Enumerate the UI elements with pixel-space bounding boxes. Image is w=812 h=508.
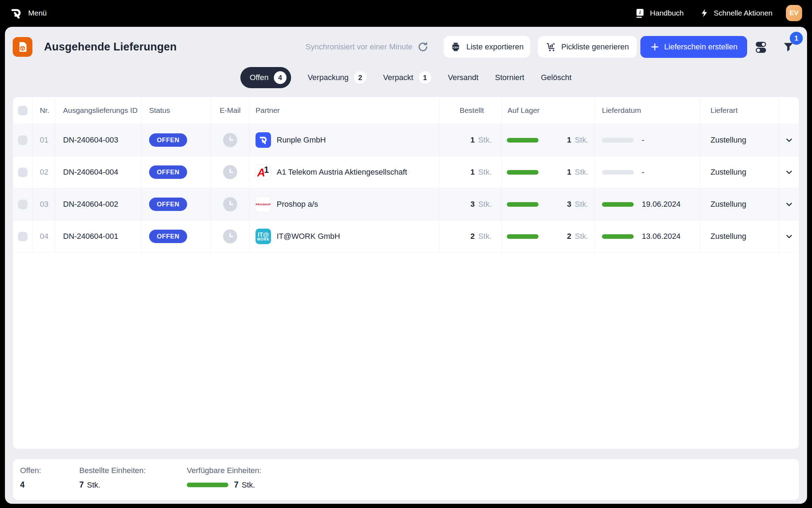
deliveries-table: Nr. Ausgangslieferungs ID Status E-Mail … [13,97,799,449]
ordered-qty: 1 [470,135,475,145]
svg-text:CSV: CSV [453,46,459,49]
stock-qty: 1 [567,135,571,145]
ordered-units-label: Bestellte Einheiten: [79,466,146,475]
partner-logo: A1 [256,164,271,180]
select-all-checkbox[interactable] [18,106,27,115]
column-header-lieferdatum: Lieferdatum [595,97,700,124]
create-delivery-note-button[interactable]: Lieferschein erstellen [640,36,747,58]
tab-versandt[interactable]: Versandt [448,73,479,82]
stock-level-bar [507,202,539,207]
column-header-bestellt: Bestellt [439,97,502,124]
tab-verpackt[interactable]: Verpackt 1 [383,71,431,84]
summary-footer: Offen: 4 Bestellte Einheiten: 7 Stk. Ver… [13,459,799,500]
partner-name: Proshop a/s [277,200,318,209]
ordered-qty: 2 [470,232,475,241]
delivery-date-bar [602,138,634,143]
row-checkbox[interactable] [18,135,27,145]
table-header-row: Nr. Ausgangslieferungs ID Status E-Mail … [13,97,799,124]
partner-logo [256,132,271,148]
row-number: 02 [33,156,55,188]
table-row[interactable]: 01 DN-240604-003 OFFEN Runple GmbH [13,124,799,156]
column-header-id: Ausgangslieferungs ID [55,97,141,124]
delivery-date: - [642,168,644,177]
chevron-down-icon[interactable] [785,135,794,145]
status-tabs: Offen 4 Verpackung 2 Verpackt 1 Versandt… [5,66,807,89]
row-checkbox[interactable] [18,232,27,241]
stock-level-bar [507,138,539,143]
status-badge: OFFEN [149,198,187,211]
chevron-down-icon[interactable] [785,232,794,241]
delivery-type: Zustellung [700,220,779,252]
table-row[interactable]: 03 DN-240604-002 OFFEN PROSHOP Proshop a… [13,188,799,220]
tab-count-badge: 2 [354,71,367,84]
top-bar: Menü i Handbuch Schnel [0,0,812,26]
column-header-lieferart: Lieferart [700,97,779,124]
delivery-date: 19.06.2024 [642,200,681,209]
delivery-id: DN-240604-003 [63,135,118,145]
status-badge: OFFEN [149,230,187,243]
partner-name: Runple GmbH [277,135,326,145]
delivery-date-bar [602,170,634,175]
menu-button[interactable]: Menü [28,9,47,17]
column-header-status: Status [141,97,211,124]
page-header: Ausgehende Lieferungen Synchronisiert vo… [5,36,807,58]
email-pending-clock-icon [223,197,237,211]
delivery-id: DN-240604-002 [63,200,118,209]
table-row[interactable]: 04 DN-240604-001 OFFEN IT@WORK IT@WORK G… [13,220,799,253]
partner-logo: PROSHOP [256,196,271,212]
partner-name: IT@WORK GmbH [277,232,340,241]
handbook-button[interactable]: i Handbuch [635,8,684,18]
row-number: 01 [33,124,55,156]
toggles-icon [755,40,767,54]
tab-count-badge: 4 [274,71,287,84]
ordered-units-value: 7 Stk. [79,480,146,490]
available-units-bar [187,483,228,487]
lightning-bolt-icon [700,8,709,18]
ordered-qty: 3 [470,200,475,209]
delivery-date-bar [602,202,634,207]
stock-level-bar [507,234,539,239]
filter-count-badge: 1 [790,32,803,45]
row-checkbox[interactable] [18,168,27,177]
stock-qty: 3 [567,200,571,209]
content-area: Ausgehende Lieferungen Synchronisiert vo… [5,27,807,504]
delivery-date-bar [602,234,634,239]
tab-offen[interactable]: Offen 4 [240,67,291,88]
user-avatar[interactable]: EV [786,5,802,21]
generate-picklist-button[interactable]: Pickliste generieren [538,36,637,58]
stock-level-bar [507,170,539,175]
outgoing-deliveries-icon [13,37,32,57]
email-pending-clock-icon [223,229,237,243]
tab-storniert[interactable]: Storniert [495,73,524,82]
column-header-partner: Partner [250,97,439,124]
open-count-value: 4 [20,480,41,490]
column-header-email: E-Mail [211,97,250,124]
open-count-label: Offen: [20,466,41,475]
delivery-type: Zustellung [700,188,779,220]
chevron-down-icon[interactable] [785,168,794,177]
table-row[interactable]: 02 DN-240604-004 OFFEN A1 A1 Telekom Aus… [13,156,799,188]
handbook-icon: i [635,8,645,18]
tab-geloescht[interactable]: Gelöscht [541,73,572,82]
status-badge: OFFEN [149,133,187,147]
row-checkbox[interactable] [18,200,27,209]
filter-button[interactable]: 1 [780,38,797,56]
delivery-type: Zustellung [700,124,779,156]
delivery-id: DN-240604-001 [63,232,118,241]
table-settings-button[interactable] [752,38,770,56]
delivery-date: - [642,135,644,145]
column-header-nr: Nr. [33,97,55,124]
export-list-button[interactable]: CSV Liste exportieren [444,36,530,58]
quick-actions-button[interactable]: Schnelle Aktionen [700,8,773,18]
stock-qty: 2 [567,232,571,241]
partner-name: A1 Telekom Austria Aktiengesellschaft [277,168,407,177]
column-header-auf-lager: Auf Lager [502,97,595,124]
refresh-icon[interactable] [417,41,429,53]
chevron-down-icon[interactable] [785,200,794,209]
available-units-label: Verfügbare Einheiten: [187,466,262,475]
page-title: Ausgehende Lieferungen [44,41,177,53]
tab-verpackung[interactable]: Verpackung 2 [308,71,367,84]
svg-text:i: i [639,10,641,15]
runple-logo-icon [10,7,23,19]
delivery-date: 13.06.2024 [642,232,681,241]
